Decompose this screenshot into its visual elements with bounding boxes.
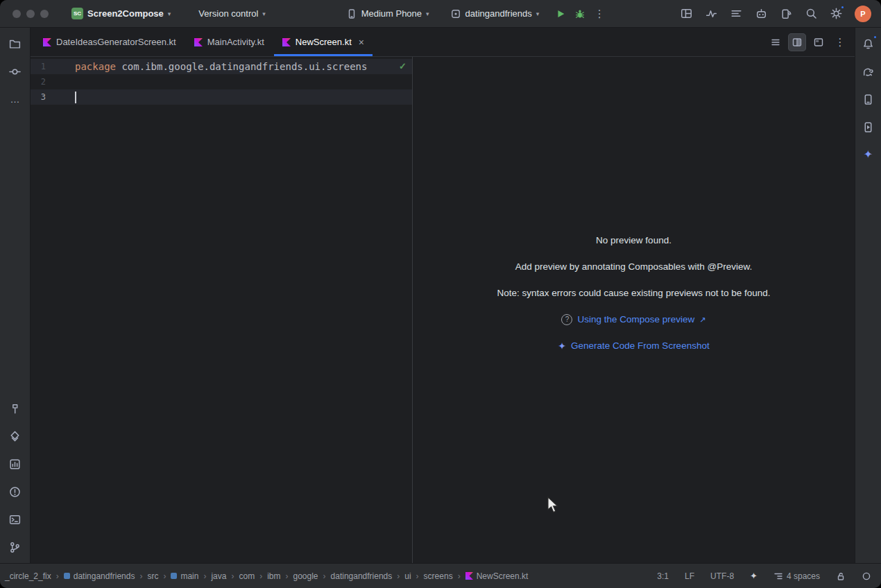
breadcrumb-separator: › [259, 571, 262, 581]
insights-chart-icon [8, 458, 22, 471]
breadcrumb-item[interactable]: screens [422, 570, 455, 582]
window-close-button[interactable] [12, 10, 21, 18]
commit-tool-button[interactable] [5, 61, 26, 82]
gemini-star-icon: ✦ [558, 341, 566, 351]
generate-code-row: ✦ Generate Code From Screenshot [558, 340, 709, 352]
kotlin-file-icon [282, 38, 291, 46]
breadcrumb-separator: › [458, 571, 461, 581]
window-controls [0, 10, 58, 18]
tab-label: DateIdeasGeneratorScreen.kt [56, 37, 176, 47]
compose-preview-doc-link[interactable]: Using the Compose preview [577, 313, 694, 326]
breadcrumb-item[interactable]: _circle_2_fix [3, 570, 53, 582]
device-manager-tool-button[interactable] [858, 89, 879, 110]
problems-tool-button[interactable] [5, 481, 26, 502]
logcat-icon[interactable] [730, 7, 743, 20]
debug-button[interactable] [570, 4, 590, 24]
line-separator-widget[interactable]: LF [682, 570, 697, 582]
tab-newscreen[interactable]: NewScreen.kt × [274, 28, 373, 56]
chevron-down-icon: ▾ [262, 11, 266, 17]
editor-line-1[interactable]: 1 package com.ibm.google.datingandfriend… [31, 59, 412, 74]
running-devices-tool-button[interactable] [858, 116, 879, 137]
bell-icon [862, 37, 875, 51]
code-text: package com.ibm.google.datingandfriends.… [75, 61, 367, 72]
device-manager-icon [862, 93, 875, 106]
breadcrumb: _circle_2_fix › datingandfriends › src ›… [3, 570, 530, 582]
notifications-button[interactable] [858, 33, 879, 54]
tab-dateideasgeneratorscreen[interactable]: DateIdeasGeneratorScreen.kt [35, 28, 185, 56]
gemini-status-widget[interactable]: ✦ [747, 570, 760, 582]
device-selector[interactable]: Medium Phone ▾ [341, 6, 434, 22]
gemini-tool-button[interactable]: ✦ [858, 144, 879, 165]
profiler-icon[interactable] [705, 7, 718, 20]
breadcrumb-item[interactable]: main [169, 570, 200, 582]
breadcrumb-item[interactable]: ibm [265, 570, 282, 582]
breadcrumb-item[interactable]: datingandfriends [62, 570, 137, 582]
tab-options-button[interactable]: ⋮ [831, 33, 849, 51]
inspection-highlight-widget[interactable] [859, 570, 874, 582]
close-icon[interactable]: × [359, 37, 364, 47]
search-icon[interactable] [805, 7, 818, 20]
breadcrumb-separator: › [416, 571, 419, 581]
device-selector-label: Medium Phone [361, 8, 422, 19]
layout-inspector-icon[interactable] [680, 7, 693, 20]
kotlin-file-icon [194, 38, 203, 46]
split-view-button[interactable] [788, 33, 806, 51]
package-name: com.ibm.google.datingandfriends.ui.scree… [116, 61, 367, 72]
chevron-down-icon: ▾ [536, 11, 540, 17]
window-minimize-button[interactable] [26, 10, 35, 18]
more-actions-button[interactable]: ⋮ [590, 4, 609, 24]
run-configuration-selector[interactable]: datingandfriends ▾ [445, 6, 545, 22]
resource-manager-tool-button[interactable] [5, 426, 26, 447]
run-configuration-icon [450, 8, 461, 19]
code-view-button[interactable] [767, 33, 785, 51]
breadcrumb-item[interactable]: java [209, 570, 228, 582]
readonly-toggle[interactable] [833, 570, 848, 582]
studio-bot-icon[interactable] [755, 7, 768, 20]
code-editor[interactable]: 1 package com.ibm.google.datingandfriend… [31, 57, 413, 563]
app-quality-insights-tool-button[interactable] [5, 453, 26, 474]
inspections-ok-icon[interactable]: ✓ [399, 61, 407, 71]
star-icon: ✦ [750, 571, 758, 580]
more-horizontal-icon: … [10, 94, 20, 104]
generate-code-link[interactable]: Generate Code From Screenshot [571, 340, 710, 352]
avatar[interactable]: P [855, 6, 871, 22]
more-tool-windows-button[interactable]: … [5, 89, 26, 110]
run-configuration-label: datingandfriends [465, 8, 532, 19]
editor-tab-bar: DateIdeasGeneratorScreen.kt MainActivity… [31, 28, 855, 57]
device-mirroring-icon[interactable] [780, 7, 793, 20]
breadcrumb-item[interactable]: src [145, 570, 160, 582]
build-tool-button[interactable] [5, 398, 26, 419]
breadcrumb-item[interactable]: ui [402, 570, 413, 582]
tab-label: NewScreen.kt [296, 37, 352, 47]
caret-position-widget[interactable]: 3:1 [654, 570, 672, 582]
run-button[interactable] [551, 4, 570, 24]
window-zoom-button[interactable] [40, 10, 49, 18]
version-control-widget[interactable]: Version control ▾ [194, 6, 271, 21]
editor-view-mode-actions: ⋮ [767, 28, 855, 56]
breadcrumb-item[interactable]: datingandfriends [329, 570, 395, 582]
project-widget[interactable]: SC Screen2Compose ▾ [67, 5, 176, 22]
encoding-widget[interactable]: UTF-8 [708, 570, 737, 582]
gemini-star-icon: ✦ [864, 149, 873, 160]
module-icon [171, 573, 177, 579]
settings-icon[interactable] [830, 7, 843, 20]
design-view-button[interactable] [810, 33, 828, 51]
breadcrumb-separator: › [203, 571, 206, 581]
breadcrumb-item-file[interactable]: NewScreen.kt [463, 570, 531, 582]
line-number: 2 [31, 77, 46, 87]
project-tool-button[interactable] [5, 33, 26, 54]
commit-icon [8, 65, 22, 78]
tab-mainactivity[interactable]: MainActivity.kt [186, 28, 273, 56]
line-number: 3 [31, 92, 46, 102]
terminal-tool-button[interactable] [5, 509, 26, 530]
editor-line-2[interactable]: 2 [31, 74, 412, 89]
breadcrumb-separator: › [56, 571, 59, 581]
indent-widget[interactable]: 4 spaces [771, 570, 823, 582]
gradle-tool-button[interactable] [858, 61, 879, 82]
editor-line-3[interactable]: 3 [31, 89, 412, 105]
breadcrumb-item[interactable]: com [237, 570, 257, 582]
version-control-tool-button[interactable] [5, 537, 26, 557]
breadcrumb-separator: › [323, 571, 326, 581]
breadcrumb-item[interactable]: google [291, 570, 320, 582]
version-control-label: Version control [198, 8, 258, 19]
